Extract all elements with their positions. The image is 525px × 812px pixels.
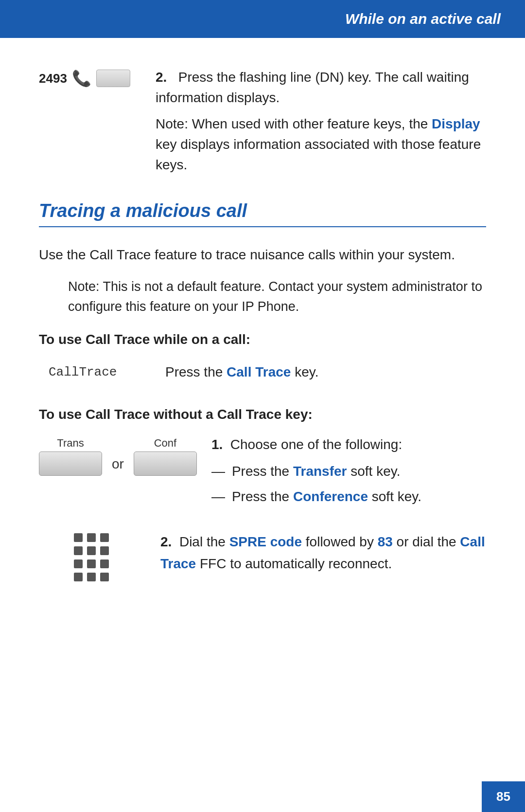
phone-number: 2493 [39, 71, 67, 86]
keypad-dot-7 [74, 559, 83, 568]
calltrace-label: CallTrace [49, 365, 146, 379]
dash1-text: Press the Transfer soft key. [232, 461, 401, 482]
buttons-row: Trans or Conf 1. Choose one of the follo… [39, 437, 486, 512]
calltrace-row: CallTrace Press the Call Trace key. [49, 362, 486, 382]
keypad-dot-8 [87, 559, 96, 568]
keypad-dot-1 [74, 533, 83, 542]
calltrace-instruction: Press the Call Trace key. [165, 362, 318, 382]
soft-btn-group: Trans or Conf [39, 437, 197, 476]
dash-item-transfer: — Press the Transfer soft key. [211, 461, 486, 482]
step2-text-area: 2. Press the flashing line (DN) key. The… [146, 67, 486, 181]
trans-button: Trans [39, 437, 102, 476]
step1-intro: 1. Choose one of the following: [211, 437, 486, 452]
or-text: or [112, 456, 124, 476]
header-bar: While on an active call [0, 0, 525, 38]
step2-block: 2493 📞 2. Press the flashing line (DN) k… [39, 67, 486, 181]
conf-rect[interactable] [134, 451, 197, 476]
trans-rect[interactable] [39, 451, 102, 476]
keypad-dot-5 [87, 546, 96, 555]
dash2-text: Press the Conference soft key. [232, 487, 421, 507]
dash2: — [211, 487, 225, 507]
note-text: Note: This is not a default feature. Con… [68, 277, 486, 316]
page-number: 85 [482, 781, 525, 812]
dash-item-conference: — Press the Conference soft key. [211, 487, 486, 507]
keypad-dot-6 [100, 546, 109, 555]
step2-note: Note: When used with other feature keys,… [156, 114, 486, 175]
main-content: 2493 📞 2. Press the flashing line (DN) k… [0, 38, 525, 622]
conf-label: Conf [154, 437, 176, 450]
keypad-grid [74, 533, 111, 583]
section-title: Tracing a malicious call [39, 200, 486, 227]
dn-key-button [96, 70, 130, 87]
keypad-dot-9 [100, 559, 109, 568]
trans-label: Trans [57, 437, 84, 450]
keypad-dot-10 [74, 573, 83, 581]
keypad-dot-11 [87, 573, 96, 581]
keypad-dot-3 [100, 533, 109, 542]
phone-icon: 📞 [72, 69, 91, 88]
intro-text: Use the Call Trace feature to trace nuis… [39, 245, 486, 265]
phone-icon-area: 2493 📞 [39, 69, 146, 88]
heading1: To use Call Trace while on a call: [39, 332, 486, 347]
keypad-icon-area [39, 531, 146, 583]
header-title: While on an active call [345, 11, 501, 27]
step1-text-area: 1. Choose one of the following: — Press … [197, 437, 486, 512]
heading2: To use Call Trace without a Call Trace k… [39, 407, 486, 422]
step2-keypad-text: 2. Dial the SPRE code followed by 83 or … [146, 531, 486, 575]
step2-instruction: 2. Press the flashing line (DN) key. The… [156, 67, 486, 108]
keypad-dot-2 [87, 533, 96, 542]
conf-button: Conf [134, 437, 197, 476]
keypad-block: 2. Dial the SPRE code followed by 83 or … [39, 531, 486, 583]
keypad-dot-4 [74, 546, 83, 555]
keypad-dot-12 [100, 573, 109, 581]
soft-buttons-area: Trans or Conf [39, 437, 197, 476]
dash1: — [211, 461, 225, 482]
